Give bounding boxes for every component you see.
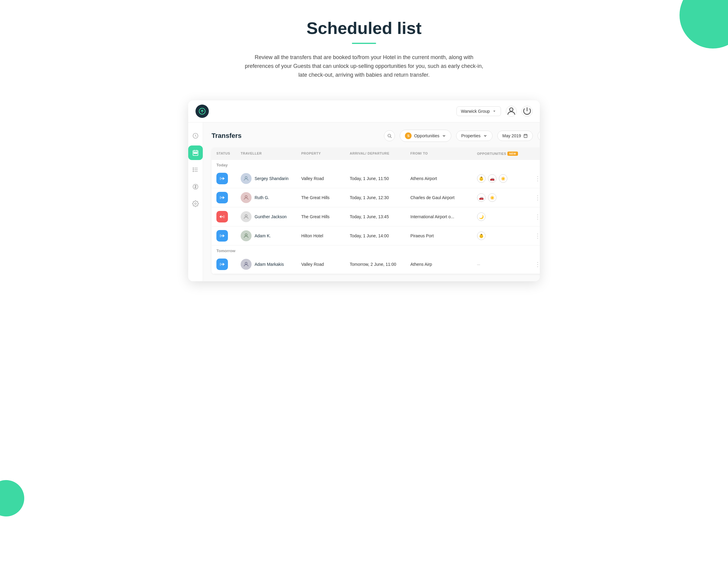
opportunities-cell: 👶 🚗 ☀️ bbox=[477, 174, 531, 183]
power-icon bbox=[522, 106, 532, 116]
svg-point-17 bbox=[195, 203, 197, 205]
filter-button[interactable] bbox=[538, 130, 540, 141]
status-departure-icon bbox=[216, 211, 228, 222]
app-logo[interactable] bbox=[196, 105, 209, 118]
sidebar-item-calendar[interactable] bbox=[188, 145, 203, 160]
power-button[interactable] bbox=[522, 106, 532, 117]
col-status: STATUS bbox=[216, 151, 241, 156]
opportunities-filter[interactable]: S Opportunities bbox=[400, 130, 451, 142]
more-button[interactable]: ⋮ bbox=[531, 194, 540, 201]
arrow-left-icon bbox=[219, 214, 225, 220]
more-button[interactable]: ⋮ bbox=[531, 175, 540, 182]
table-header: STATUS TRAVELLER PROPERTY ARRIVAL/ DEPAR… bbox=[212, 148, 540, 160]
svg-point-14 bbox=[193, 169, 194, 170]
avatar bbox=[241, 230, 252, 241]
traveller-name: Sergey Shandarin bbox=[255, 176, 288, 181]
svg-point-32 bbox=[245, 234, 247, 236]
more-button[interactable]: ⋮ bbox=[531, 261, 540, 268]
table-row: Sergey Shandarin Valley Road Today, 1 Ju… bbox=[212, 169, 540, 188]
traveller-cell: Adam Markakis bbox=[241, 259, 301, 270]
content-title: Transfers bbox=[212, 132, 379, 140]
more-button[interactable]: ⋮ bbox=[531, 213, 540, 220]
opportunities-cell: 👶 bbox=[477, 232, 531, 240]
arrow-right-icon bbox=[219, 261, 225, 267]
new-badge: New bbox=[507, 151, 518, 156]
col-property: PROPERTY bbox=[301, 151, 350, 156]
calendar-icon bbox=[192, 149, 199, 156]
svg-rect-20 bbox=[524, 135, 527, 138]
table-row: Adam K. Hilton Hotel Today, 1 June, 14:0… bbox=[212, 226, 540, 245]
car-icon: 🚗 bbox=[488, 174, 496, 183]
opportunities-cell: – bbox=[477, 261, 531, 268]
sun-icon: ☀️ bbox=[488, 193, 496, 202]
deco-circle-bottom-left bbox=[0, 480, 24, 517]
date-filter[interactable]: May 2019 bbox=[497, 131, 533, 141]
status-arrival-icon bbox=[216, 173, 228, 184]
lightning-icon bbox=[192, 132, 199, 139]
avatar-icon bbox=[243, 195, 249, 201]
svg-point-28 bbox=[245, 196, 247, 198]
from-to-cell: International Airport o... bbox=[410, 214, 477, 219]
avatar-person-icon bbox=[243, 214, 249, 220]
svg-point-26 bbox=[245, 177, 247, 179]
no-opportunities: – bbox=[477, 261, 480, 268]
baby-icon: 👶 bbox=[477, 232, 486, 240]
traveller-name: Gunther Jackson bbox=[255, 214, 287, 219]
dollar-icon bbox=[192, 183, 199, 190]
section-tomorrow: Tomorrow bbox=[212, 245, 540, 255]
table-row: Gunther Jackson The Great Hills Today, 1… bbox=[212, 207, 540, 226]
avatar-icon bbox=[243, 176, 249, 182]
car-icon: 🚗 bbox=[477, 193, 486, 202]
page-title: Scheduled list bbox=[12, 18, 716, 38]
traveller-cell: Gunther Jackson bbox=[241, 211, 301, 222]
content-header: Transfers S Opportunities Properties bbox=[212, 130, 540, 142]
sidebar bbox=[188, 122, 203, 281]
svg-rect-33 bbox=[220, 263, 222, 266]
from-to-cell: Charles de Gaul Airport bbox=[410, 195, 477, 200]
avatar bbox=[241, 192, 252, 203]
search-button[interactable] bbox=[384, 130, 395, 141]
user-button[interactable] bbox=[506, 106, 517, 117]
svg-point-18 bbox=[388, 134, 391, 137]
avatar-icon bbox=[243, 261, 249, 267]
opportunities-cell: 🌙 bbox=[477, 213, 531, 221]
from-to-cell: Piraeus Port bbox=[410, 233, 477, 238]
more-button[interactable]: ⋮ bbox=[531, 232, 540, 239]
sidebar-item-revenue[interactable] bbox=[188, 180, 203, 194]
top-bar: Warwick Group bbox=[188, 100, 540, 122]
avatar-icon bbox=[243, 233, 249, 239]
sidebar-item-settings[interactable] bbox=[188, 196, 203, 211]
datetime-cell: Today, 1 June, 12:30 bbox=[350, 195, 410, 200]
property-cell: The Great Hills bbox=[301, 214, 350, 219]
svg-point-30 bbox=[245, 215, 247, 217]
datetime-cell: Today, 1 June, 14:00 bbox=[350, 233, 410, 238]
svg-rect-7 bbox=[194, 153, 195, 154]
sidebar-item-lightning[interactable] bbox=[188, 128, 203, 143]
status-arrival-icon bbox=[216, 230, 228, 242]
from-to-cell: Athens Airport bbox=[410, 176, 477, 181]
table-row: Ruth G. The Great Hills Today, 1 June, 1… bbox=[212, 188, 540, 207]
avatar bbox=[241, 211, 252, 222]
svg-point-34 bbox=[245, 262, 247, 264]
avatar bbox=[241, 173, 252, 184]
section-today: Today bbox=[212, 160, 540, 169]
datetime-cell: Tomorrow, 2 June, 11:00 bbox=[350, 262, 410, 267]
baby-icon: 👶 bbox=[477, 174, 486, 183]
from-to-cell: Athens Airp bbox=[410, 262, 477, 267]
property-cell: The Great Hills bbox=[301, 195, 350, 200]
avatar bbox=[241, 259, 252, 270]
svg-rect-25 bbox=[220, 177, 222, 180]
svg-rect-31 bbox=[220, 234, 222, 237]
col-actions bbox=[531, 151, 540, 156]
sidebar-item-list[interactable] bbox=[188, 162, 203, 177]
hero-section: Scheduled list Review all the transfers … bbox=[0, 0, 728, 88]
group-selector[interactable]: Warwick Group bbox=[457, 106, 501, 116]
svg-point-13 bbox=[193, 168, 194, 168]
svg-point-1 bbox=[509, 108, 513, 111]
app-window: Warwick Group bbox=[188, 100, 540, 281]
main-layout: Transfers S Opportunities Properties bbox=[188, 122, 540, 281]
svg-rect-8 bbox=[195, 153, 196, 154]
properties-filter[interactable]: Properties bbox=[456, 131, 492, 141]
property-cell: Valley Road bbox=[301, 262, 350, 267]
moon-icon: 🌙 bbox=[477, 213, 486, 221]
